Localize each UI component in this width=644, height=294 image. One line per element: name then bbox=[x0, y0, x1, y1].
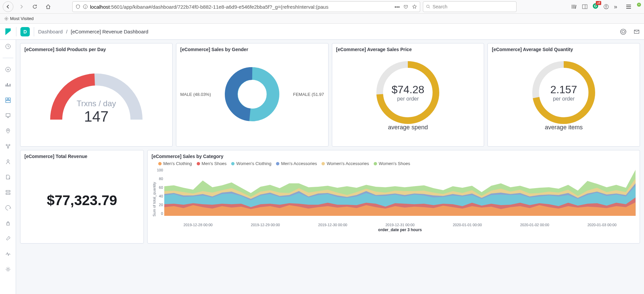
space-selector[interactable]: D bbox=[20, 27, 30, 36]
legend-label: Men's Accessories bbox=[281, 161, 317, 166]
home-icon bbox=[45, 4, 51, 10]
legend-label: Men's Clothing bbox=[163, 161, 192, 166]
sidebar-icon[interactable] bbox=[582, 4, 588, 10]
gear-icon bbox=[4, 16, 9, 21]
sidenav-devtools[interactable] bbox=[4, 235, 12, 243]
svg-rect-16 bbox=[8, 98, 10, 100]
download-status-icon[interactable] bbox=[637, 2, 641, 7]
forward-button[interactable] bbox=[16, 1, 27, 12]
svg-rect-3 bbox=[582, 5, 587, 9]
home-button[interactable] bbox=[43, 1, 54, 12]
panel-avg-sold-qty[interactable]: [eCommerce] Average Sold Quantity 2.157 … bbox=[487, 43, 640, 147]
breadcrumb-dashboard[interactable]: Dashboard bbox=[38, 29, 63, 34]
url-text: localhost:5601/app/kibana#/dashboard/722… bbox=[90, 4, 392, 10]
legend-item[interactable]: Women's Accessories bbox=[321, 161, 369, 166]
legend-swatch bbox=[276, 162, 279, 165]
svg-text:i: i bbox=[85, 5, 86, 9]
menu-icon[interactable] bbox=[625, 3, 632, 10]
kibana-header: D Dashboard / [eCommerce] Revenue Dashbo… bbox=[0, 24, 644, 40]
panel-total-revenue[interactable]: [eCommerce] Total Revenue $77,323.79 bbox=[20, 150, 144, 244]
x-axis-label: order_date per 3 hours bbox=[378, 228, 422, 232]
back-button[interactable] bbox=[3, 1, 13, 12]
more-icon[interactable]: ••• bbox=[394, 4, 400, 10]
news-icon[interactable] bbox=[620, 28, 627, 35]
metric-value: $77,323.79 bbox=[24, 192, 140, 208]
gauge-subtitle: Trxns / day bbox=[77, 99, 116, 108]
goal-sub: per order bbox=[550, 96, 577, 102]
sidenav-monitoring[interactable] bbox=[4, 250, 12, 258]
sidenav-maps[interactable] bbox=[4, 127, 12, 135]
kibana-sidenav bbox=[0, 40, 16, 294]
breadcrumb: Dashboard / [eCommerce] Revenue Dashboar… bbox=[38, 29, 148, 34]
overflow-icon[interactable]: » bbox=[614, 3, 617, 10]
goal-footer: average items bbox=[492, 124, 636, 131]
goal-value: $74.28 bbox=[391, 84, 424, 96]
legend-item[interactable]: Men's Shoes bbox=[197, 161, 227, 166]
legend-label: Women's Accessories bbox=[327, 161, 369, 166]
svg-rect-24 bbox=[6, 190, 10, 192]
extension-icon[interactable]: G bbox=[592, 3, 599, 10]
search-placeholder: Search bbox=[433, 4, 447, 9]
legend-item[interactable]: Men's Clothing bbox=[158, 161, 192, 166]
sidenav-uptime[interactable] bbox=[4, 204, 12, 212]
svg-point-11 bbox=[622, 30, 625, 33]
y-ticks: 100806040200 bbox=[157, 167, 164, 224]
panel-sales-by-gender[interactable]: [eCommerce] Sales by Gender MALE (48.03%… bbox=[176, 43, 329, 147]
pocket-icon[interactable] bbox=[403, 4, 408, 9]
y-axis-label: Sum of total_quantity bbox=[152, 167, 157, 231]
panel-avg-sales-price[interactable]: [eCommerce] Average Sales Price $74.28 p… bbox=[332, 43, 484, 147]
info-icon: i bbox=[83, 4, 88, 9]
mail-icon[interactable] bbox=[633, 28, 640, 35]
sidenav-visualize[interactable] bbox=[4, 81, 12, 89]
donut-chart: MALE (48.03%) FEMALE (51.97 bbox=[180, 54, 324, 134]
panel-title: [eCommerce] Sales by Category bbox=[152, 154, 636, 159]
sidenav-dashboard[interactable] bbox=[4, 96, 12, 104]
svg-rect-17 bbox=[6, 101, 10, 103]
library-icon[interactable] bbox=[571, 4, 577, 10]
legend-item[interactable]: Women's Shoes bbox=[374, 161, 410, 166]
donut-label-male: MALE (48.03%) bbox=[180, 92, 211, 97]
legend-swatch bbox=[321, 162, 325, 165]
panel-sales-by-category[interactable]: [eCommerce] Sales by Category Men's Clot… bbox=[147, 150, 640, 244]
sidenav-apm[interactable] bbox=[4, 188, 12, 196]
panel-title: [eCommerce] Total Revenue bbox=[24, 154, 140, 159]
legend-item[interactable]: Women's Clothing bbox=[231, 161, 271, 166]
legend-label: Women's Clothing bbox=[236, 161, 271, 166]
svg-rect-15 bbox=[6, 98, 8, 100]
breadcrumb-current: [eCommerce] Revenue Dashboard bbox=[71, 29, 149, 34]
arrow-right-icon bbox=[19, 4, 24, 9]
area-chart: Sum of total_quantity 100806040200 2019-… bbox=[152, 167, 636, 231]
goal-value: 2.157 bbox=[550, 84, 577, 96]
bookmark-most-visited[interactable]: Most Visited bbox=[10, 16, 34, 21]
reload-button[interactable] bbox=[29, 1, 40, 12]
svg-rect-26 bbox=[7, 223, 9, 225]
sidenav-logs[interactable] bbox=[4, 173, 12, 181]
panel-sold-per-day[interactable]: [eCommerce] Sold Products per Day Trxns … bbox=[20, 43, 173, 147]
sidenav-metrics[interactable] bbox=[4, 158, 12, 166]
sidenav-discover[interactable] bbox=[4, 65, 12, 74]
sidenav-recent[interactable] bbox=[4, 42, 12, 50]
legend-item[interactable]: Men's Accessories bbox=[276, 161, 317, 166]
dashboard-grid: [eCommerce] Sold Products per Day Trxns … bbox=[16, 40, 644, 294]
svg-point-27 bbox=[7, 268, 9, 270]
svg-point-10 bbox=[621, 29, 626, 34]
gauge-value: 147 bbox=[77, 108, 116, 125]
browser-search[interactable]: Search bbox=[423, 1, 517, 12]
legend-swatch bbox=[231, 162, 235, 165]
sidenav-siem[interactable] bbox=[4, 219, 12, 227]
arrow-left-icon bbox=[5, 4, 11, 9]
legend-swatch bbox=[158, 162, 162, 165]
account-icon[interactable] bbox=[603, 4, 609, 10]
sidenav-management[interactable] bbox=[4, 265, 12, 273]
sidenav-ml[interactable] bbox=[4, 142, 12, 150]
url-bar[interactable]: i localhost:5601/app/kibana#/dashboard/7… bbox=[72, 1, 420, 12]
goal-chart: $74.28 per order average spend bbox=[336, 54, 480, 131]
svg-point-19 bbox=[7, 130, 9, 131]
star-icon[interactable] bbox=[412, 4, 417, 9]
svg-point-22 bbox=[7, 147, 9, 148]
donut-label-female: FEMALE (51.97 bbox=[293, 92, 324, 97]
kibana-logo-icon[interactable] bbox=[4, 28, 12, 36]
sidenav-canvas[interactable] bbox=[4, 112, 12, 120]
area-svg bbox=[164, 167, 636, 216]
panel-title: [eCommerce] Average Sold Quantity bbox=[492, 47, 636, 52]
